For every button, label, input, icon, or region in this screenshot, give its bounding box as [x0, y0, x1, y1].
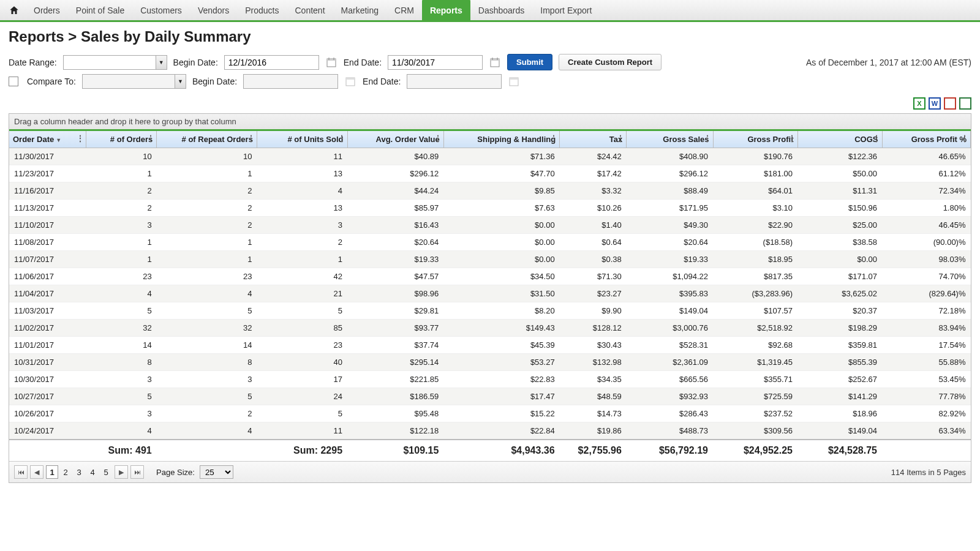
- col-repeat[interactable]: # of Repeat Orders⋮: [157, 131, 257, 148]
- table-row[interactable]: 11/07/2017111$19.33$0.00$0.38$19.33$18.9…: [9, 251, 971, 268]
- table-row[interactable]: 10/31/20178840$295.14$53.27$132.98$2,361…: [9, 354, 971, 371]
- csv-icon[interactable]: [959, 97, 971, 110]
- page-3[interactable]: 3: [73, 465, 85, 479]
- page-1[interactable]: 1: [46, 465, 58, 479]
- col-gsales[interactable]: Gross Sales⋮: [627, 131, 713, 148]
- cell-avg: $186.59: [347, 388, 443, 405]
- pager-first-icon[interactable]: ⏮: [14, 465, 28, 479]
- cell-orders: 8: [86, 354, 157, 371]
- column-menu-icon[interactable]: ⋮: [434, 134, 442, 143]
- excel-icon[interactable]: X: [913, 97, 925, 110]
- col-orders[interactable]: # of Orders⋮: [86, 131, 157, 148]
- end-date-label: End Date:: [344, 58, 382, 67]
- table-row[interactable]: 11/01/2017141423$37.74$45.39$30.43$528.3…: [9, 337, 971, 354]
- col-ship[interactable]: Shipping & Handling⋮: [443, 131, 559, 148]
- cell-cogs: $25.00: [797, 217, 882, 234]
- nav-tab-content[interactable]: Content: [287, 0, 333, 21]
- home-icon[interactable]: [7, 4, 21, 17]
- col-tax[interactable]: Tax⋮: [560, 131, 627, 148]
- column-menu-icon[interactable]: ⋮: [788, 134, 796, 143]
- nav-tab-crm[interactable]: CRM: [386, 0, 422, 21]
- pager-prev-icon[interactable]: ◀: [30, 465, 43, 479]
- table-row[interactable]: 10/26/2017325$95.48$15.22$14.73$286.43$2…: [9, 405, 971, 422]
- end-date-input[interactable]: [388, 55, 483, 70]
- table-row[interactable]: 11/03/2017555$29.81$8.20$9.90$149.04$107…: [9, 302, 971, 320]
- cell-repeat: 32: [157, 320, 257, 337]
- cell-avg: $98.96: [347, 285, 443, 302]
- footer-cell: $56,792.19: [627, 440, 713, 461]
- page-4[interactable]: 4: [86, 465, 99, 479]
- calendar-icon[interactable]: [489, 56, 501, 69]
- table-row[interactable]: 10/30/20173317$221.85$22.83$34.35$665.56…: [9, 371, 971, 388]
- group-bar[interactable]: Drag a column header and drop it here to…: [9, 114, 971, 131]
- col-cogs[interactable]: COGS⋮: [797, 131, 882, 148]
- pager-next-icon[interactable]: ▶: [115, 465, 128, 479]
- column-menu-icon[interactable]: ⋮: [337, 134, 345, 143]
- column-menu-icon[interactable]: ⋮: [76, 134, 84, 143]
- compare-end-input: [407, 74, 502, 89]
- nav-tab-customers[interactable]: Customers: [132, 0, 190, 21]
- cell-date: 10/30/2017: [9, 371, 86, 388]
- cell-orders: 3: [86, 217, 157, 234]
- nav-tab-reports[interactable]: Reports: [422, 0, 470, 21]
- table-row[interactable]: 11/04/20174421$98.96$31.50$23.27$395.83(…: [9, 285, 971, 302]
- cell-date: 11/23/2017: [9, 165, 86, 182]
- create-custom-report-button[interactable]: Create Custom Report: [559, 54, 662, 70]
- cell-units: 11: [257, 422, 347, 440]
- cell-avg: $40.89: [347, 148, 443, 165]
- cell-tax: $0.64: [560, 234, 627, 251]
- begin-date-input[interactable]: [224, 55, 319, 70]
- submit-button[interactable]: Submit: [507, 54, 552, 70]
- page-size-select[interactable]: 25: [200, 465, 233, 479]
- table-row[interactable]: 10/24/20174411$122.18$22.84$19.86$488.73…: [9, 422, 971, 440]
- nav-tab-marketing[interactable]: Marketing: [333, 0, 386, 21]
- pager-last-icon[interactable]: ⏭: [130, 465, 144, 479]
- column-menu-icon[interactable]: ⋮: [146, 134, 154, 143]
- table-row[interactable]: 11/08/2017112$20.64$0.00$0.64$20.64($18.…: [9, 234, 971, 251]
- cell-tax: $24.42: [560, 148, 627, 165]
- table-row[interactable]: 11/13/20172213$85.97$7.63$10.26$171.95$3…: [9, 200, 971, 217]
- col-date[interactable]: Order Date▼⋮: [9, 131, 86, 148]
- cell-units: 23: [257, 337, 347, 354]
- word-icon[interactable]: W: [929, 97, 941, 110]
- col-units[interactable]: # of Units Sold⋮: [257, 131, 347, 148]
- page-2[interactable]: 2: [59, 465, 72, 479]
- chevron-down-icon[interactable]: ▼: [156, 56, 167, 69]
- cell-ship: $0.00: [443, 234, 559, 251]
- sort-desc-icon: ▼: [56, 137, 61, 143]
- nav-tab-vendors[interactable]: Vendors: [190, 0, 237, 21]
- cell-gsales: $20.64: [627, 234, 713, 251]
- table-row[interactable]: 10/27/20175524$186.59$17.47$48.59$932.93…: [9, 388, 971, 405]
- cell-avg: $20.64: [347, 234, 443, 251]
- nav-tab-orders[interactable]: Orders: [26, 0, 68, 21]
- column-menu-icon[interactable]: ⋮: [703, 134, 711, 143]
- cell-cogs: $171.07: [797, 268, 882, 285]
- column-menu-icon[interactable]: ⋮: [549, 134, 557, 143]
- page-5[interactable]: 5: [100, 465, 112, 479]
- compare-checkbox[interactable]: [9, 77, 18, 86]
- column-menu-icon[interactable]: ⋮: [872, 134, 880, 143]
- calendar-icon[interactable]: [325, 56, 337, 69]
- col-gpp[interactable]: Gross Profit %⋮: [882, 131, 971, 148]
- col-avg[interactable]: Avg. Order Value⋮: [347, 131, 443, 148]
- column-menu-icon[interactable]: ⋮: [247, 134, 255, 143]
- table-row[interactable]: 11/16/2017224$44.24$9.85$3.32$88.49$64.0…: [9, 182, 971, 200]
- table-row[interactable]: 11/10/2017323$16.43$0.00$1.40$49.30$22.9…: [9, 217, 971, 234]
- column-menu-icon[interactable]: ⋮: [616, 134, 624, 143]
- nav-tab-import-export[interactable]: Import Export: [532, 0, 600, 21]
- col-gprofit[interactable]: Gross Profit⋮: [713, 131, 797, 148]
- table-row[interactable]: 11/02/2017323285$93.77$149.43$128.12$3,0…: [9, 320, 971, 337]
- compare-select: ▼: [82, 74, 186, 89]
- table-row[interactable]: 11/06/2017232342$47.57$34.50$71.30$1,094…: [9, 268, 971, 285]
- column-menu-icon[interactable]: ⋮: [960, 134, 968, 143]
- cell-repeat: 2: [157, 200, 257, 217]
- top-nav: OrdersPoint of SaleCustomersVendorsProdu…: [0, 0, 980, 22]
- table-row[interactable]: 11/30/2017101011$40.89$71.36$24.42$408.9…: [9, 148, 971, 165]
- nav-tab-products[interactable]: Products: [237, 0, 287, 21]
- date-range-select[interactable]: ▼: [63, 55, 167, 70]
- nav-tab-dashboards[interactable]: Dashboards: [470, 0, 533, 21]
- nav-tab-point-of-sale[interactable]: Point of Sale: [68, 0, 132, 21]
- pdf-icon[interactable]: [944, 97, 956, 110]
- chevron-down-icon: ▼: [175, 75, 186, 88]
- table-row[interactable]: 11/23/20171113$296.12$47.70$17.42$296.12…: [9, 165, 971, 182]
